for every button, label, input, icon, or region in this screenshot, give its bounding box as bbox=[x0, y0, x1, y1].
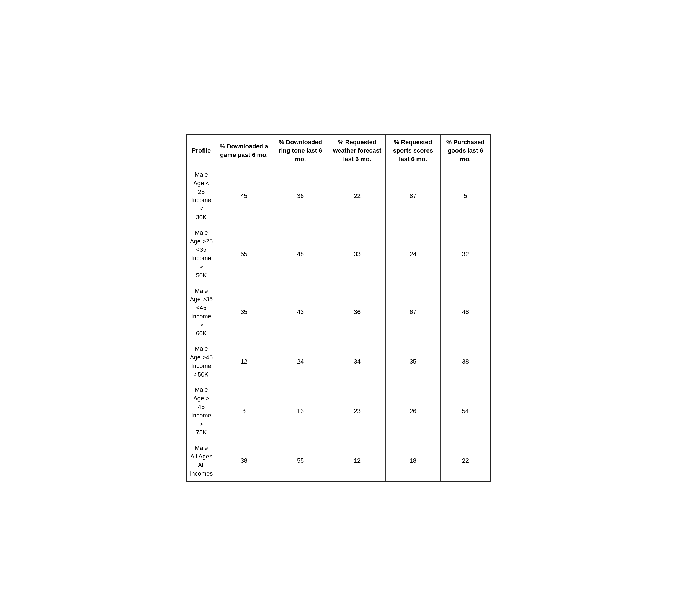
profile-cell-4: MaleAge > 45Income >75K bbox=[187, 382, 216, 440]
data-cell-2-1: 43 bbox=[272, 283, 329, 341]
table-row: MaleAge >45Income>50K1224343538 bbox=[187, 341, 491, 382]
header-row: Profile % Downloaded a game past 6 mo. %… bbox=[187, 135, 491, 167]
data-cell-4-3: 26 bbox=[386, 382, 441, 440]
table-row: MaleAge >25<35Income >50K5548332432 bbox=[187, 225, 491, 283]
data-cell-5-3: 18 bbox=[386, 440, 441, 482]
data-cell-5-1: 55 bbox=[272, 440, 329, 482]
table-row: MaleAll AgesAllIncomes3855121822 bbox=[187, 440, 491, 482]
table-row: MaleAge > 45Income >75K813232654 bbox=[187, 382, 491, 440]
header-requested-weather: % Requested weather forecast last 6 mo. bbox=[329, 135, 386, 167]
data-cell-1-3: 24 bbox=[386, 225, 441, 283]
profile-cell-2: MaleAge >35<45Income >60K bbox=[187, 283, 216, 341]
table-container: Profile % Downloaded a game past 6 mo. %… bbox=[186, 134, 491, 482]
data-cell-1-1: 48 bbox=[272, 225, 329, 283]
header-purchased-goods: % Purchased goods last 6 mo. bbox=[441, 135, 491, 167]
data-cell-3-1: 24 bbox=[272, 341, 329, 382]
data-cell-2-4: 48 bbox=[441, 283, 491, 341]
data-cell-4-4: 54 bbox=[441, 382, 491, 440]
data-table: Profile % Downloaded a game past 6 mo. %… bbox=[186, 134, 491, 482]
data-cell-2-2: 36 bbox=[329, 283, 386, 341]
data-cell-5-0: 38 bbox=[216, 440, 272, 482]
data-cell-2-3: 67 bbox=[386, 283, 441, 341]
table-row: MaleAge >35<45Income >60K3543366748 bbox=[187, 283, 491, 341]
data-cell-4-0: 8 bbox=[216, 382, 272, 440]
data-cell-5-4: 22 bbox=[441, 440, 491, 482]
data-cell-3-3: 35 bbox=[386, 341, 441, 382]
data-cell-3-4: 38 bbox=[441, 341, 491, 382]
data-cell-0-1: 36 bbox=[272, 167, 329, 225]
data-cell-0-2: 22 bbox=[329, 167, 386, 225]
data-cell-1-4: 32 bbox=[441, 225, 491, 283]
profile-cell-5: MaleAll AgesAllIncomes bbox=[187, 440, 216, 482]
data-cell-0-4: 5 bbox=[441, 167, 491, 225]
header-profile: Profile bbox=[187, 135, 216, 167]
header-downloaded-game: % Downloaded a game past 6 mo. bbox=[216, 135, 272, 167]
data-cell-1-2: 33 bbox=[329, 225, 386, 283]
data-cell-1-0: 55 bbox=[216, 225, 272, 283]
data-cell-3-2: 34 bbox=[329, 341, 386, 382]
profile-cell-3: MaleAge >45Income>50K bbox=[187, 341, 216, 382]
table-row: MaleAge < 25Income <30K453622875 bbox=[187, 167, 491, 225]
header-requested-sports: % Requested sports scores last 6 mo. bbox=[386, 135, 441, 167]
data-cell-5-2: 12 bbox=[329, 440, 386, 482]
data-cell-4-1: 13 bbox=[272, 382, 329, 440]
data-cell-0-3: 87 bbox=[386, 167, 441, 225]
data-cell-0-0: 45 bbox=[216, 167, 272, 225]
data-cell-2-0: 35 bbox=[216, 283, 272, 341]
profile-cell-0: MaleAge < 25Income <30K bbox=[187, 167, 216, 225]
data-cell-3-0: 12 bbox=[216, 341, 272, 382]
header-downloaded-ringtone: % Downloaded ring tone last 6 mo. bbox=[272, 135, 329, 167]
data-cell-4-2: 23 bbox=[329, 382, 386, 440]
profile-cell-1: MaleAge >25<35Income >50K bbox=[187, 225, 216, 283]
